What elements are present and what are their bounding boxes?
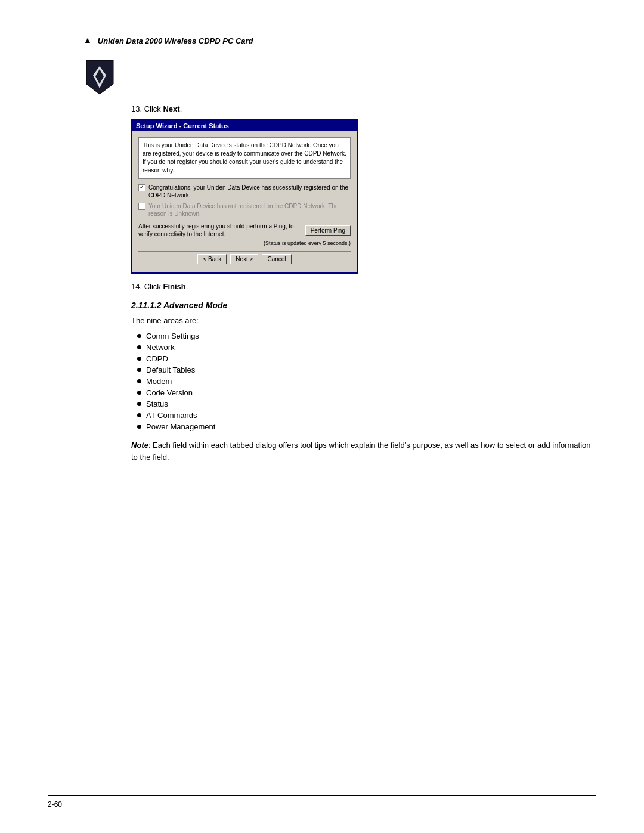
step-13: 13. Click Next. bbox=[131, 104, 596, 113]
back-button[interactable]: < Back bbox=[197, 254, 227, 264]
section-title: 2.11.1.2 Advanced Mode bbox=[131, 301, 596, 310]
bullet-icon bbox=[137, 402, 141, 406]
dialog-body-text: This is your Uniden Data Device's status… bbox=[138, 137, 351, 179]
section-intro: The nine areas are: bbox=[131, 315, 596, 327]
list-item: Comm Settings bbox=[137, 332, 596, 340]
bullet-text: Network bbox=[146, 343, 175, 352]
note-paragraph: Note: Each field within each tabbed dial… bbox=[131, 439, 596, 465]
bullet-text: Modem bbox=[146, 377, 172, 386]
step-14: 14. Click Finish. bbox=[131, 282, 596, 291]
list-item: Network bbox=[137, 343, 596, 352]
dialog-title-bar: Setup Wizard - Current Status bbox=[132, 120, 357, 131]
bullet-icon bbox=[137, 379, 141, 383]
ping-row: After successfully registering you shoul… bbox=[138, 222, 351, 238]
perform-ping-button[interactable]: Perform Ping bbox=[305, 225, 351, 236]
checkbox-registered[interactable] bbox=[138, 184, 145, 191]
bullet-icon bbox=[137, 368, 141, 372]
bullet-text: Status bbox=[146, 400, 168, 408]
next-button[interactable]: Next > bbox=[230, 254, 258, 264]
bullet-icon bbox=[137, 391, 141, 395]
bullet-text: CDPD bbox=[146, 354, 168, 363]
bullet-icon bbox=[137, 334, 141, 338]
bullet-text: Comm Settings bbox=[146, 332, 199, 340]
page-number: 2-60 bbox=[48, 800, 62, 809]
checkbox-not-registered[interactable] bbox=[138, 203, 145, 210]
bullet-icon bbox=[137, 345, 141, 349]
setup-wizard-dialog: Setup Wizard - Current Status This is yo… bbox=[131, 119, 358, 274]
checkbox-registered-label: Congratulations, your Uniden Data Device… bbox=[148, 184, 351, 199]
note-text: : Each field within each tabbed dialog o… bbox=[131, 441, 591, 462]
cancel-button[interactable]: Cancel bbox=[262, 254, 291, 264]
list-item: Power Management bbox=[137, 422, 596, 431]
bullet-icon bbox=[137, 425, 141, 429]
triangle-icon: ▲ bbox=[83, 36, 92, 45]
list-item: Default Tables bbox=[137, 366, 596, 374]
bullet-list: Comm SettingsNetworkCDPDDefault TablesMo… bbox=[131, 332, 596, 431]
bullet-text: Default Tables bbox=[146, 366, 195, 374]
page-footer: 2-60 bbox=[48, 795, 596, 809]
note-label: Note bbox=[131, 441, 148, 450]
bullet-text: Code Version bbox=[146, 388, 193, 397]
checkbox-area: Congratulations, your Uniden Data Device… bbox=[138, 184, 351, 218]
bullet-icon bbox=[137, 357, 141, 361]
bullet-text: AT Commands bbox=[146, 411, 197, 420]
bullet-text: Power Management bbox=[146, 422, 215, 431]
bullet-icon bbox=[137, 413, 141, 417]
status-update-note: (Status is updated every 5 seconds.) bbox=[138, 240, 351, 246]
ping-description: After successfully registering you shoul… bbox=[138, 222, 301, 238]
list-item: CDPD bbox=[137, 354, 596, 363]
list-item: AT Commands bbox=[137, 411, 596, 420]
list-item: Status bbox=[137, 400, 596, 408]
list-item: Modem bbox=[137, 377, 596, 386]
checkbox-not-registered-label: Your Uniden Data Device has not register… bbox=[148, 202, 351, 218]
page-header-title: Uniden Data 2000 Wireless CDPD PC Card bbox=[98, 36, 253, 45]
list-item: Code Version bbox=[137, 388, 596, 397]
dialog-button-row: < Back Next > Cancel bbox=[138, 251, 351, 267]
uniden-logo-icon bbox=[83, 57, 116, 96]
